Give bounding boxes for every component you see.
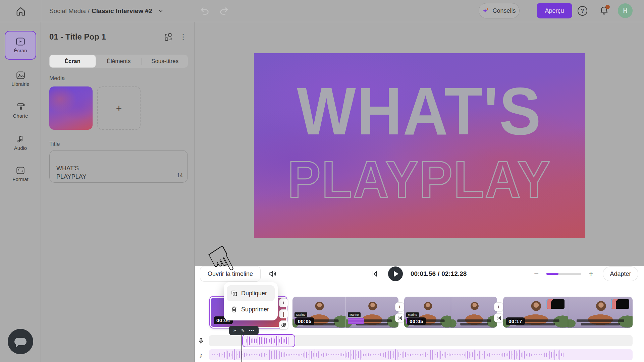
video-editor-app: Social Media / Classic Interview #2 Cons… [0, 0, 644, 362]
speaker-tag-group: Marine [348, 311, 364, 324]
current-time: 00:01.56 [411, 270, 436, 278]
char-counter: 14 [177, 171, 183, 180]
transition-icon [496, 315, 501, 321]
skip-to-start-button[interactable] [371, 270, 379, 279]
music-note-icon [16, 135, 24, 143]
total-time: 02:12.28 [441, 270, 467, 278]
history-controls [199, 6, 229, 16]
breadcrumb[interactable]: Social Media / Classic Interview #2 [49, 0, 164, 22]
avatar[interactable]: H [618, 3, 633, 18]
title-text-field[interactable]: WHAT'S PLAYPLAY 14 [49, 150, 188, 183]
adapter-button[interactable]: Adapter [603, 266, 638, 281]
music-track-icon: ♪ [197, 351, 205, 360]
redo-button[interactable] [218, 6, 229, 16]
notifications-button[interactable] [599, 5, 610, 17]
screen-icon [16, 37, 25, 46]
sidebar-item-format[interactable]: Format [0, 166, 41, 182]
frame-icon [16, 166, 25, 175]
add-clip-button[interactable]: + [279, 298, 288, 307]
transition-button[interactable] [494, 313, 503, 322]
add-clip-button[interactable]: + [494, 302, 503, 311]
clip-mini-toolbar: ✂ ✎ ••• [229, 326, 259, 335]
chevron-down-icon[interactable] [158, 8, 164, 14]
media-section-label: Media [49, 75, 65, 82]
preview-area: WHAT'S PLAYPLAY [195, 22, 644, 266]
media-thumbnail[interactable] [49, 86, 93, 130]
sparkles-icon [482, 7, 490, 14]
duplicate-icon [231, 290, 237, 297]
voiceover-segment[interactable] [242, 334, 295, 347]
zoom-in-button[interactable]: + [586, 266, 596, 282]
more-options-icon[interactable]: ⋮ [179, 33, 187, 41]
split-button[interactable]: | [279, 309, 288, 318]
replace-icon[interactable] [164, 33, 173, 42]
title-text-value: WHAT'S PLAYPLAY [56, 165, 86, 180]
edit-icon[interactable]: ✎ [241, 328, 245, 333]
video-canvas[interactable]: WHAT'S PLAYPLAY [254, 53, 585, 238]
transition-button[interactable] [395, 313, 404, 322]
sidebar: Écran Librairie Charte Audio Format [0, 22, 41, 362]
cut-icon[interactable]: ✂ [233, 328, 237, 333]
sidebar-item-audio[interactable]: Audio [0, 135, 41, 151]
transition-icon [397, 315, 402, 321]
timeline-clip-2[interactable]: Marine Marine 00:05 [292, 297, 398, 328]
zoom-slider-fill [546, 273, 558, 275]
chat-bubble-icon [14, 338, 26, 345]
play-button[interactable] [388, 266, 403, 281]
chat-fab-button[interactable] [8, 329, 33, 354]
timeline-clip-4[interactable]: 00:17 [503, 297, 633, 328]
sidebar-item-charte[interactable]: Charte [0, 103, 41, 119]
breadcrumb-project: Social Media [49, 7, 86, 15]
plus-icon: + [116, 103, 122, 114]
sidebar-label: Charte [13, 113, 28, 119]
tab-sous-titres[interactable]: Sous-titres [142, 55, 188, 68]
volume-button[interactable] [268, 269, 277, 280]
eye-off-icon [281, 322, 287, 328]
avatar-initial: H [623, 7, 628, 14]
clip-insert-stack-2: + [395, 302, 404, 322]
transition-hidden-button[interactable] [279, 320, 288, 329]
breadcrumb-separator: / [88, 7, 90, 15]
sidebar-label: Écran [14, 48, 27, 53]
undo-button[interactable] [199, 6, 211, 16]
add-clip-button[interactable]: + [395, 302, 404, 311]
microphone-icon [198, 337, 204, 345]
menu-item-supprimer[interactable]: Supprimer [227, 301, 275, 317]
clip-thumbnail [568, 297, 633, 328]
clip-thumbnail [451, 297, 497, 328]
sidebar-item-ecran[interactable]: Écran [5, 31, 36, 60]
home-icon [16, 6, 26, 16]
timeline-clip-3[interactable]: Marine 00:05 [404, 297, 497, 328]
help-button[interactable]: ? [578, 6, 587, 16]
zoom-out-button[interactable]: − [531, 266, 541, 282]
skip-start-icon [371, 270, 379, 278]
sidebar-label: Format [12, 176, 29, 182]
timeline-zoom-slider[interactable] [546, 273, 581, 275]
notification-dot [605, 5, 610, 9]
tab-elements[interactable]: Éléments [96, 55, 142, 68]
conseils-button[interactable]: Conseils [479, 3, 520, 18]
sidebar-item-librairie[interactable]: Librairie [0, 71, 41, 87]
scene-title: 01 - Title Pop 1 [49, 32, 106, 42]
conseils-label: Conseils [492, 7, 516, 14]
sidebar-label: Librairie [11, 81, 29, 87]
question-icon: ? [581, 8, 584, 14]
add-media-button[interactable]: + [97, 86, 141, 130]
subtitle-lines [577, 319, 624, 325]
divider [41, 0, 41, 22]
more-icon[interactable]: ••• [249, 328, 255, 333]
home-button[interactable] [15, 5, 27, 17]
tab-ecran[interactable]: Écran [49, 55, 96, 68]
apercu-button[interactable]: Aperçu [537, 3, 572, 18]
trash-icon [231, 306, 237, 313]
music-track[interactable] [209, 349, 633, 360]
breadcrumb-scene: Classic Interview #2 [92, 7, 152, 15]
canvas-title-line2: PLAYPLAY [287, 153, 551, 205]
open-timeline-button[interactable]: Ouvrir la timeline [200, 266, 261, 282]
volume-icon [268, 269, 277, 278]
menu-item-dupliquer[interactable]: Dupliquer [227, 285, 275, 301]
voice-waveform [246, 335, 291, 347]
canvas-title-line1: WHAT'S [297, 78, 542, 145]
paint-roller-icon [16, 103, 25, 111]
play-icon [394, 271, 398, 277]
